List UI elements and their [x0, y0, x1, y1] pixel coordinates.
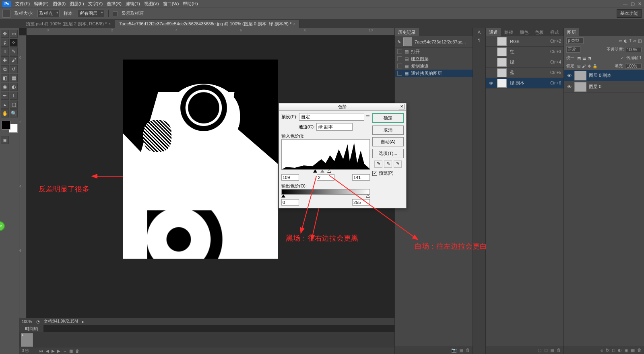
menu-filter[interactable]: 滤镜(T) — [126, 1, 140, 7]
blur-tool[interactable]: ◉ — [1, 83, 9, 91]
close-icon[interactable]: ✕ — [638, 1, 642, 6]
shape-tool[interactable]: ▢ — [10, 101, 18, 109]
menu-edit[interactable]: 编辑(E) — [34, 1, 49, 7]
marquee-tool[interactable]: ▭ — [10, 30, 18, 38]
healing-tool[interactable]: ✚ — [1, 56, 9, 64]
sample-dropdown[interactable]: 所有图层 — [78, 10, 104, 17]
zoom-tool[interactable]: 🔍 — [10, 109, 18, 117]
fg-color[interactable] — [2, 121, 10, 130]
trash-icon[interactable]: 🗑 — [466, 348, 470, 352]
ruler-vertical[interactable]: 0 2 4 6 — [19, 35, 27, 318]
dialog-titlebar[interactable]: 色阶 ✕ — [279, 103, 406, 111]
tl-newframe-icon[interactable]: ▦ — [69, 349, 73, 353]
menu-layer[interactable]: 图层(L) — [70, 1, 84, 7]
history-step[interactable]: ▤打开 — [395, 48, 473, 55]
character-panel-icon[interactable]: A — [478, 30, 481, 35]
channel-row-rgb[interactable]: RGBCtrl+2 — [486, 36, 564, 47]
mask-icon[interactable]: ◻ — [612, 348, 615, 353]
layer-row[interactable]: 👁图层 0 副本 — [564, 70, 644, 81]
fill-field[interactable]: 100% — [625, 64, 642, 69]
gray-point-handle[interactable] — [320, 169, 324, 173]
channel-row-green-copy[interactable]: 👁绿 副本Ctrl+6 — [486, 78, 564, 88]
stamp-tool[interactable]: ⧉ — [1, 65, 9, 73]
doc-info-menu-icon[interactable]: ▸ — [82, 319, 84, 324]
document-tab-1[interactable]: 预览.psd @ 100% (图层 2 副本, RGB/8) * × — [22, 20, 115, 28]
new-channel-icon[interactable]: ▦ — [550, 348, 554, 353]
pen-tool[interactable]: ✒ — [1, 92, 9, 100]
dodge-tool[interactable]: ◐ — [10, 83, 18, 91]
menu-help[interactable]: 帮助(H) — [183, 1, 198, 7]
adjustment-icon[interactable]: ◐ — [618, 348, 622, 353]
camera-icon[interactable]: 📷 — [451, 348, 457, 353]
unify-pos-icon[interactable]: ⬒ — [577, 56, 581, 60]
visibility-icon[interactable]: 👁 — [566, 73, 572, 78]
paragraph-panel-icon[interactable]: ¶ — [478, 38, 481, 43]
channels-tab[interactable]: 通道 — [486, 28, 501, 37]
menu-select[interactable]: 选择(S) — [107, 1, 122, 7]
save-selection-icon[interactable]: ◻ — [544, 348, 548, 353]
lock-trans-icon[interactable]: ⊞ — [577, 64, 580, 68]
paths-tab[interactable]: 路径 — [501, 28, 516, 37]
channel-row-green[interactable]: 绿Ctrl+4 — [486, 57, 564, 68]
auto-button[interactable]: 自动(A) — [372, 137, 404, 146]
color-tab[interactable]: 颜色 — [516, 28, 532, 37]
preset-menu-icon[interactable]: ☰ — [366, 114, 370, 119]
out-black-handle[interactable] — [281, 194, 285, 198]
input-slider[interactable] — [281, 169, 370, 173]
eraser-tool[interactable]: ◧ — [1, 74, 9, 82]
cancel-button[interactable]: 取消 — [372, 126, 404, 135]
input-white-field[interactable] — [352, 174, 370, 181]
close-icon[interactable]: ✕ — [399, 104, 405, 109]
out-white-handle[interactable] — [366, 194, 370, 198]
layers-tab[interactable]: 图层 — [564, 28, 579, 37]
eyedropper-tool[interactable]: ✎ — [10, 47, 18, 56]
quickmask-toggle[interactable]: ◙ — [1, 136, 9, 144]
fx-icon[interactable]: fx — [606, 348, 609, 352]
close-icon[interactable]: × — [108, 22, 111, 26]
lock-pos-icon[interactable]: ✥ — [588, 64, 591, 68]
link-icon[interactable]: ⍟ — [601, 348, 603, 352]
input-black-field[interactable] — [281, 174, 299, 181]
brush-tool[interactable]: 🖌 — [10, 56, 18, 64]
propagate-checkbox[interactable]: ✓ — [620, 56, 625, 60]
layer-row[interactable]: 👁图层 0 — [564, 81, 644, 93]
zoom-level[interactable]: 100% — [22, 319, 32, 324]
unify-vis-icon[interactable]: ⬓ — [582, 56, 586, 60]
white-eyedropper-icon[interactable]: ✎ — [394, 161, 402, 168]
filter-img-icon[interactable]: ▭ — [619, 39, 622, 43]
new-icon[interactable]: ▦ — [459, 348, 463, 353]
output-white-field[interactable] — [352, 199, 370, 206]
menu-image[interactable]: 图像(I) — [53, 1, 66, 7]
history-step[interactable]: ▤通过拷贝的图层 — [395, 70, 473, 77]
gradient-tool[interactable]: ▦ — [10, 74, 18, 82]
ok-button[interactable]: 确定 — [372, 113, 404, 123]
styles-tab[interactable]: 样式 — [547, 28, 562, 37]
blend-mode-dropdown[interactable]: 正常 — [566, 46, 580, 53]
menu-view[interactable]: 视图(V) — [144, 1, 159, 7]
tl-trash-icon[interactable]: 🗑 — [75, 349, 79, 353]
tl-tween-icon[interactable]: ↔ — [63, 349, 67, 353]
filter-adj-icon[interactable]: ◐ — [624, 39, 627, 43]
channel-row-blue[interactable]: 蓝Ctrl+5 — [486, 68, 564, 78]
visibility-icon[interactable]: 👁 — [566, 84, 572, 89]
menu-window[interactable]: 窗口(W) — [163, 1, 179, 7]
lasso-tool[interactable]: ɕ — [1, 39, 9, 47]
gray-eyedropper-icon[interactable]: ✎ — [384, 161, 392, 168]
options-button[interactable]: 选项(T)... — [372, 149, 404, 158]
output-black-field[interactable] — [281, 199, 299, 206]
status-icon[interactable]: ◔ — [36, 319, 40, 324]
trash-icon[interactable]: 🗑 — [637, 348, 642, 352]
swatches-tab[interactable]: 色板 — [532, 28, 547, 37]
trash-icon[interactable]: 🗑 — [557, 348, 561, 352]
tl-play-icon[interactable]: ▶ — [52, 349, 55, 353]
magic-wand-tool[interactable]: ✧ — [10, 39, 18, 47]
output-slider[interactable] — [281, 194, 370, 198]
lock-all-icon[interactable]: 🔒 — [592, 64, 597, 68]
history-brush-tool[interactable]: ↺ — [10, 65, 18, 73]
filter-smart-icon[interactable]: ◫ — [638, 39, 642, 43]
layer-filter-dropdown[interactable]: p 类型 — [566, 37, 584, 44]
load-selection-icon[interactable]: ◌ — [538, 348, 542, 353]
path-select-tool[interactable]: ▴ — [1, 101, 9, 109]
document-tab-2[interactable]: 7aec54e736d12f2e37ac69e54dc2d5628435688e… — [115, 20, 300, 28]
workspace-switcher[interactable]: 基本功能 — [617, 9, 642, 18]
